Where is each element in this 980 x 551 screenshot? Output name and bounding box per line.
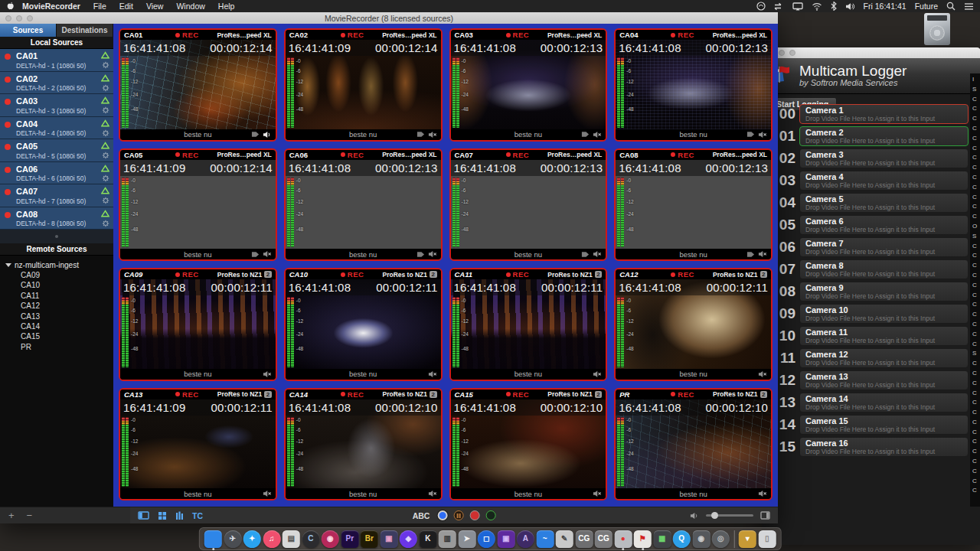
video-tile[interactable]: CA08 REC ProRes…peed XL 16:41:41:08 00:0… <box>614 148 773 262</box>
tag-icon[interactable] <box>416 131 425 138</box>
desktop-drive-icon[interactable] <box>923 13 951 47</box>
video-tile[interactable]: CA07 REC ProRes…peed XL 16:41:41:08 00:0… <box>449 148 608 262</box>
camera-drop-zone[interactable]: Camera 16 Drop Video File Here to Assign… <box>799 437 969 457</box>
video-tile[interactable]: CA09 REC ProRes to NZ12 16:41:41:08 00:0… <box>119 268 277 381</box>
camera-drop-zone[interactable]: Camera 11 Drop Video File Here to Assign… <box>799 326 969 346</box>
gear-icon[interactable] <box>102 84 109 92</box>
add-source-button[interactable]: + <box>8 510 15 520</box>
speaker-icon[interactable] <box>263 250 272 258</box>
pane-splitter[interactable] <box>0 230 113 243</box>
speaker-icon[interactable] <box>758 250 767 258</box>
window-titlebar[interactable]: MovieRecorder (8 licensed sources) <box>0 12 778 24</box>
camera-drop-zone[interactable]: Camera 4 Drop Video File Here to Assign … <box>799 171 969 191</box>
volume-slider[interactable] <box>706 514 753 517</box>
tag-icon[interactable] <box>251 131 260 138</box>
tab-sources[interactable]: Sources <box>0 24 57 37</box>
camera-drop-zone[interactable]: Camera 14 Drop Video File Here to Assign… <box>799 393 969 412</box>
menu-item[interactable]: MovieRecorder <box>22 2 80 11</box>
camera-drop-zone[interactable]: Camera 10 Drop Video File Here to Assign… <box>799 304 969 324</box>
dock-icon-utility-gray[interactable]: ▤ <box>283 530 300 548</box>
speaker-icon[interactable] <box>758 131 767 139</box>
dock-icon-downloads[interactable]: ▾ <box>739 530 756 548</box>
gear-icon[interactable] <box>102 197 109 204</box>
video-tile[interactable]: CA11 REC ProRes to NZ12 16:41:41:08 00:0… <box>449 268 608 381</box>
camera-drop-zone[interactable]: Camera 1 Drop Video File Here to Assign … <box>799 104 969 124</box>
tag-icon[interactable] <box>581 251 590 258</box>
dock-icon-editor-gray[interactable]: ✎ <box>556 530 573 548</box>
speaker-icon[interactable] <box>758 490 767 497</box>
remote-source-item[interactable]: CA13 <box>0 311 113 321</box>
logger-titlebar[interactable] <box>762 47 980 58</box>
dock-icon-movierecorder[interactable]: ● <box>614 530 632 548</box>
gear-icon[interactable] <box>102 61 109 69</box>
dock-icon-media-purple[interactable]: ▣ <box>497 530 514 548</box>
dock-icon-motion[interactable]: ◈ <box>400 530 417 548</box>
dock-icon-totalmix[interactable]: ◉ <box>692 530 710 548</box>
menu-item[interactable]: View <box>146 2 164 11</box>
camera-drop-zone[interactable]: Camera 12 Drop Video File Here to Assign… <box>799 348 969 368</box>
dock-icon-multicam-logger[interactable]: ⚑ <box>634 530 652 548</box>
dock-icon-cg-2[interactable]: CG <box>595 530 612 548</box>
remote-source-item[interactable]: CA12 <box>0 301 113 311</box>
tag-icon[interactable] <box>251 251 260 258</box>
volume-slider-knob[interactable] <box>711 512 718 519</box>
tab-destinations[interactable]: Destinations <box>57 24 113 37</box>
dock-icon-send-app[interactable]: ➤ <box>458 530 475 548</box>
source-list-item[interactable]: CA06 DELTA-hd - 6 (1080i 50) <box>0 162 113 185</box>
record-button[interactable] <box>469 510 479 520</box>
remote-source-item[interactable]: CA10 <box>0 280 113 290</box>
pause-button[interactable] <box>453 510 463 520</box>
camera-drop-zone[interactable]: Camera 3 Drop Video File Here to Assign … <box>799 148 969 168</box>
dock-icon-teamviewer[interactable]: ~ <box>536 530 554 548</box>
speaker-icon[interactable] <box>263 370 272 378</box>
volume-icon[interactable] <box>690 512 699 520</box>
minimize-button[interactable] <box>16 15 22 21</box>
speaker-icon[interactable] <box>263 490 272 497</box>
tag-icon[interactable] <box>581 131 590 138</box>
menu-item[interactable]: Help <box>218 2 235 11</box>
dock-icon-lock-app[interactable]: ◻ <box>478 530 495 548</box>
speaker-icon[interactable] <box>758 370 767 378</box>
source-list-item[interactable]: CA04 DELTA-hd - 4 (1080i 50) <box>0 117 113 140</box>
speaker-icon[interactable] <box>593 250 602 258</box>
spotlight-search-icon[interactable] <box>946 2 956 11</box>
remote-group-row[interactable]: nz-multicam-ingest <box>0 259 113 270</box>
camera-drop-zone[interactable]: Camera 5 Drop Video File Here to Assign … <box>799 193 969 213</box>
source-list-item[interactable]: CA08 DELTA-hd - 8 (1080i 50) <box>0 207 113 230</box>
bluetooth-icon[interactable] <box>831 2 837 11</box>
speaker-icon[interactable] <box>428 370 437 378</box>
fullscreen-icon[interactable] <box>760 511 770 520</box>
timecode-toggle[interactable]: TC <box>192 511 203 520</box>
disclosure-triangle-icon[interactable] <box>5 263 11 267</box>
wifi-icon[interactable] <box>812 2 822 11</box>
dock-icon-bridge[interactable]: Br <box>361 530 378 548</box>
camera-drop-zone[interactable]: Camera 7 Drop Video File Here to Assign … <box>799 237 969 257</box>
dock-icon-dial-app[interactable]: ◎ <box>712 530 730 548</box>
dock-icon-resolve[interactable]: ◉ <box>322 530 339 548</box>
zoom-button[interactable] <box>27 15 33 21</box>
video-tile[interactable]: CA01 REC ProRes…peed XL 16:41:41:08 00:0… <box>119 28 277 142</box>
speaker-icon[interactable] <box>263 131 272 139</box>
video-tile[interactable]: CA15 REC ProRes to NZ12 16:41:41:08 00:0… <box>449 388 608 501</box>
airplay-display-icon[interactable] <box>792 2 803 11</box>
video-tile[interactable]: CA05 REC ProRes…peed XL 16:41:41:09 00:0… <box>119 148 277 262</box>
menu-extra-item[interactable]: Future <box>915 2 938 11</box>
gear-icon[interactable] <box>102 220 109 227</box>
remove-source-button[interactable]: − <box>27 510 33 520</box>
remote-source-item[interactable]: CA09 <box>0 270 113 280</box>
gear-icon[interactable] <box>102 129 109 137</box>
dock-icon-q-app[interactable]: Q <box>673 530 691 548</box>
video-tile[interactable]: PR REC ProRes to NZ12 16:41:41:08 00:00:… <box>614 388 773 501</box>
tag-icon[interactable] <box>746 251 755 258</box>
volume-icon[interactable] <box>845 2 855 11</box>
dock-icon-launchpad[interactable]: ✈ <box>224 530 241 548</box>
menu-clock[interactable]: Fri 16:41:41 <box>864 2 906 11</box>
dock-icon-final-cut-pro[interactable]: ▣ <box>380 530 397 548</box>
gear-icon[interactable] <box>102 174 109 182</box>
tag-icon[interactable] <box>416 251 425 258</box>
dock-icon-finder[interactable] <box>204 530 222 548</box>
source-list-item[interactable]: CA07 DELTA-hd - 7 (1080i 50) <box>0 184 113 207</box>
speaker-icon[interactable] <box>428 131 437 139</box>
speaker-icon[interactable] <box>428 490 437 497</box>
camera-drop-zone[interactable]: Camera 6 Drop Video File Here to Assign … <box>799 215 969 235</box>
